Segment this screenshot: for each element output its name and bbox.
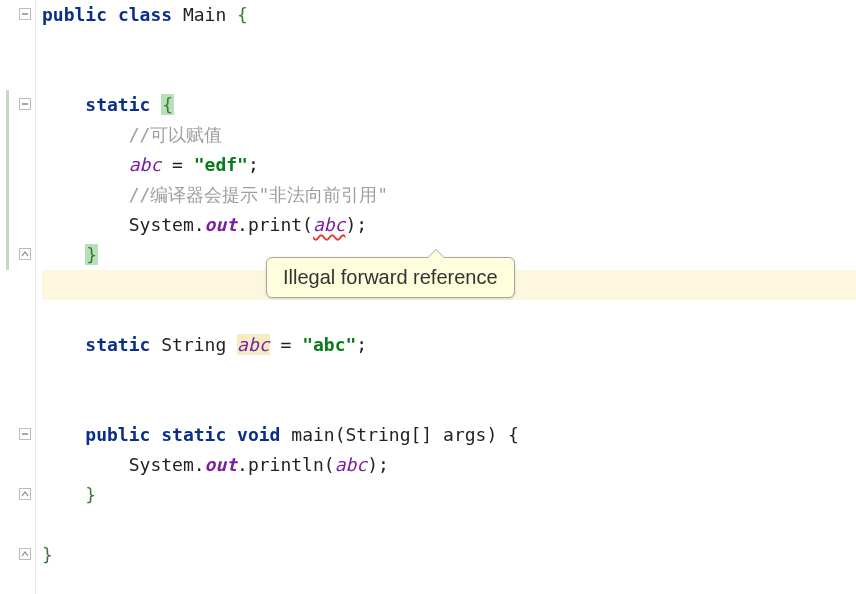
change-bar xyxy=(6,90,9,270)
close-paren: ); xyxy=(367,454,389,475)
method-print: .print( xyxy=(237,214,313,235)
type-string: String xyxy=(161,334,226,355)
code-area[interactable]: public class Main { static { //可以赋值 abc … xyxy=(36,0,856,594)
field-out: out xyxy=(205,214,238,235)
code-line[interactable] xyxy=(42,510,856,540)
method-main: main xyxy=(291,424,334,445)
code-line[interactable]: public class Main { xyxy=(42,0,856,30)
fold-minus-icon[interactable] xyxy=(18,427,32,441)
code-line[interactable]: public static void main(String[] args) { xyxy=(42,420,856,450)
fold-minus-icon[interactable] xyxy=(18,7,32,21)
code-line[interactable] xyxy=(42,390,856,420)
gutter xyxy=(0,0,36,594)
tooltip-text: Illegal forward reference xyxy=(283,266,498,288)
main-params: (String[] args) { xyxy=(335,424,519,445)
semicolon: ; xyxy=(248,154,259,175)
brace-close: } xyxy=(85,484,96,505)
field-out: out xyxy=(205,454,238,475)
svg-rect-4 xyxy=(20,249,31,260)
svg-rect-8 xyxy=(20,549,31,560)
code-line[interactable] xyxy=(42,360,856,390)
brace-open-highlight: { xyxy=(161,94,174,115)
op-eq: = xyxy=(270,334,303,355)
fold-minus-icon[interactable] xyxy=(18,97,32,111)
keyword-class: class xyxy=(118,4,172,25)
error-reference[interactable]: abc xyxy=(313,214,346,235)
error-tooltip: Illegal forward reference xyxy=(266,257,515,298)
comment: //编译器会提示"非法向前引用" xyxy=(129,184,388,205)
semicolon: ; xyxy=(356,334,367,355)
code-line[interactable]: } xyxy=(42,480,856,510)
code-line[interactable]: static { xyxy=(42,90,856,120)
code-editor[interactable]: public class Main { static { //可以赋值 abc … xyxy=(0,0,856,594)
qualifier-system: System. xyxy=(129,214,205,235)
brace-close-highlight: } xyxy=(85,244,98,265)
keyword-static: static xyxy=(85,334,150,355)
close-paren: ); xyxy=(345,214,367,235)
string-literal: "edf" xyxy=(194,154,248,175)
keyword-void: void xyxy=(237,424,280,445)
code-line[interactable]: } xyxy=(42,540,856,570)
string-literal: "abc" xyxy=(302,334,356,355)
code-line[interactable]: System.out.println(abc); xyxy=(42,450,856,480)
comment: //可以赋值 xyxy=(129,124,223,145)
fold-up-icon[interactable] xyxy=(18,547,32,561)
keyword-public: public xyxy=(42,4,107,25)
code-line[interactable] xyxy=(42,30,856,60)
code-line[interactable]: //编译器会提示"非法向前引用" xyxy=(42,180,856,210)
qualifier-system: System. xyxy=(129,454,205,475)
fold-up-icon[interactable] xyxy=(18,487,32,501)
keyword-static: static xyxy=(85,94,150,115)
method-println: .println( xyxy=(237,454,335,475)
code-line[interactable]: System.out.print(abc); xyxy=(42,210,856,240)
field-ref: abc xyxy=(129,154,162,175)
field-decl-name: abc xyxy=(237,334,270,355)
code-line[interactable] xyxy=(42,60,856,90)
svg-rect-7 xyxy=(20,489,31,500)
field-ref: abc xyxy=(335,454,368,475)
code-line[interactable] xyxy=(42,300,856,330)
code-line[interactable]: //可以赋值 xyxy=(42,120,856,150)
op-eq: = xyxy=(161,154,194,175)
brace-open: { xyxy=(237,4,248,25)
brace-close: } xyxy=(42,544,53,565)
class-name: Main xyxy=(183,4,226,25)
fold-up-icon[interactable] xyxy=(18,247,32,261)
code-line[interactable]: static String abc = "abc"; xyxy=(42,330,856,360)
code-line[interactable]: abc = "edf"; xyxy=(42,150,856,180)
keyword-static: static xyxy=(161,424,226,445)
keyword-public: public xyxy=(85,424,150,445)
